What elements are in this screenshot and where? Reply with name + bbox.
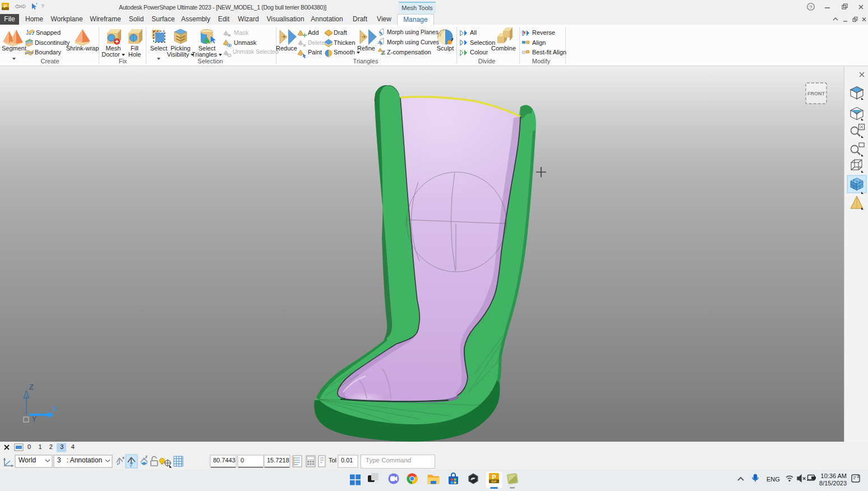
svg-text:P: P	[492, 474, 496, 480]
svg-text:SHP: SHP	[491, 480, 496, 483]
svg-text:Y: Y	[130, 464, 132, 468]
svg-text:Y: Y	[32, 415, 36, 423]
svg-text:z: z	[145, 454, 147, 459]
svg-text:Z: Z	[29, 383, 34, 391]
svg-text:FRONT: FRONT	[807, 91, 825, 96]
svg-text:?: ?	[809, 4, 812, 10]
svg-text:X: X	[53, 405, 57, 413]
svg-text:x: x	[122, 455, 124, 460]
